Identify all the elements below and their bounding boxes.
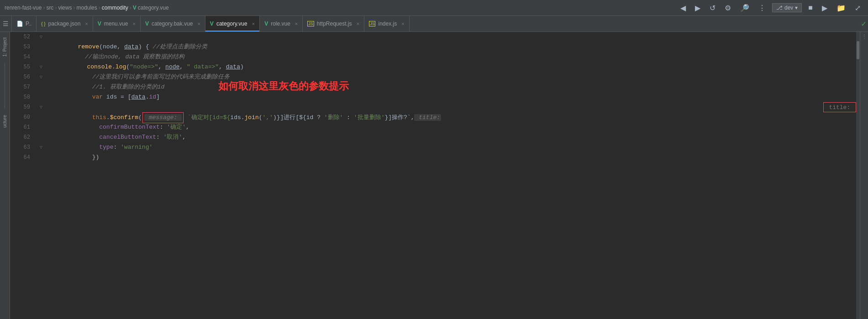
settings-button[interactable]: ⚙ bbox=[722, 3, 734, 13]
tab-icon-json: { } bbox=[41, 21, 45, 26]
left-sidebar: 1: Project ucture bbox=[0, 32, 10, 319]
code-line-60: confirmButtonText: '确定', bbox=[45, 112, 856, 122]
sidebar-label-structure[interactable]: ucture bbox=[1, 113, 8, 130]
branch-name: dev bbox=[784, 5, 793, 11]
gutter-58 bbox=[37, 92, 45, 102]
nav-forward-button[interactable]: ▶ bbox=[692, 3, 703, 13]
code-line-63: }) bbox=[45, 142, 856, 152]
stop-button[interactable]: ■ bbox=[805, 3, 815, 13]
sidebar-toggle[interactable]: ☰ bbox=[0, 16, 12, 31]
code-line-61: cancelButtonText: '取消', bbox=[45, 122, 856, 132]
saved-checkmark-icon: ✓ bbox=[861, 19, 866, 29]
toolbar-right: ◀ ▶ ↺ ⚙ 🔎 ⋮ ⎇ dev ▾ ■ ▶ 📁 ⤢ bbox=[678, 3, 863, 13]
tab-label-category-bak-vue: category.bak.vue bbox=[152, 21, 193, 27]
breadcrumb: renren-fast-vue › src › views › modules … bbox=[5, 5, 169, 11]
line-60: 60 bbox=[10, 112, 34, 122]
tab-close-role-vue[interactable]: × bbox=[295, 21, 298, 26]
gutter-63[interactable]: ▽ bbox=[37, 142, 45, 152]
title-hint-box: title: bbox=[823, 102, 856, 112]
tab-httprequest-js[interactable]: JS httpRequest.js × bbox=[303, 16, 364, 31]
more-button[interactable]: ⋮ bbox=[756, 3, 768, 13]
gutter-52[interactable]: ▽ bbox=[37, 32, 45, 42]
right-sidebar: ⋮ bbox=[860, 32, 868, 319]
line-53: 53 bbox=[10, 42, 34, 52]
tab-role-vue[interactable]: V role.vue × bbox=[260, 16, 303, 31]
tab-label-package-json: package.json bbox=[48, 21, 81, 27]
tab-icon-role-vue: V bbox=[264, 21, 268, 27]
code-editor[interactable]: remove(node, data) { //处理点击删除分类 //输出node… bbox=[45, 32, 860, 319]
gutter-54 bbox=[37, 52, 45, 62]
line-57: 57 bbox=[10, 82, 34, 92]
tab-icon-index-js: JS bbox=[369, 21, 376, 26]
code-line-62: type: 'warning' bbox=[45, 132, 856, 142]
tab-icon-menu-vue: V bbox=[98, 21, 101, 27]
line-55: 55 bbox=[10, 62, 34, 72]
code-line-64 bbox=[45, 152, 856, 162]
tab-label-p: P.. bbox=[26, 21, 32, 27]
branch-icon: ⎇ bbox=[776, 5, 783, 11]
code-line-54: console.log("node=>", node, " data=>", d… bbox=[45, 52, 856, 62]
title-bar: renren-fast-vue › src › views › modules … bbox=[0, 0, 868, 16]
tab-bar: ☰ 📄 P.. { } package.json × V menu.vue × … bbox=[0, 16, 868, 32]
main-layout: 1: Project ucture 52 53 54 55 56 57 58 5… bbox=[0, 32, 868, 319]
vertical-scrollbar[interactable] bbox=[856, 32, 860, 319]
line-52: 52 bbox=[10, 32, 34, 42]
tab-menu-vue[interactable]: V menu.vue × bbox=[93, 16, 141, 31]
tab-category-vue[interactable]: V category.vue × bbox=[205, 16, 260, 31]
line-numbers: 52 53 54 55 56 57 58 59 60 61 62 63 64 bbox=[10, 32, 37, 319]
tab-icon-category-vue: V bbox=[210, 21, 214, 27]
tab-index-js[interactable]: JS index.js × bbox=[364, 16, 410, 31]
code-line-59: this.$confirm( message: `确定对[id=${ids.jo… bbox=[45, 102, 856, 112]
tab-category-bak-vue[interactable]: V category.bak.vue × bbox=[141, 16, 205, 31]
annotation-text: 如何取消这里灰色的参数提示 bbox=[218, 81, 349, 91]
tab-close-category-vue[interactable]: × bbox=[252, 21, 255, 26]
tab-icon-category-bak-vue: V bbox=[145, 21, 149, 27]
tab-close-menu-vue[interactable]: × bbox=[132, 21, 135, 26]
search-button[interactable]: 🔎 bbox=[737, 3, 752, 13]
code-line-57: var ids = [data.id] 如何取消这里灰色的参数提示 bbox=[45, 82, 856, 92]
line-62: 62 bbox=[10, 132, 34, 142]
gutter-59[interactable]: ▽ bbox=[37, 102, 45, 112]
tab-close-httprequest-js[interactable]: × bbox=[357, 21, 359, 26]
gutter-62 bbox=[37, 132, 45, 142]
refresh-button[interactable]: ↺ bbox=[707, 3, 718, 13]
gutter-55[interactable]: ▽ bbox=[37, 62, 45, 72]
tab-p[interactable]: 📄 P.. bbox=[12, 16, 37, 31]
tab-icon-httprequest-js: JS bbox=[307, 21, 314, 26]
tab-label-httprequest-js: httpRequest.js bbox=[317, 21, 352, 27]
line-64: 64 bbox=[10, 152, 34, 162]
code-line-53: //输出node, data 观察数据的结构 bbox=[45, 42, 856, 52]
branch-selector[interactable]: ⎇ dev ▾ bbox=[772, 3, 802, 12]
tab-close-category-bak-vue[interactable]: × bbox=[197, 21, 200, 26]
run-button[interactable]: ▶ bbox=[819, 3, 830, 13]
tab-label-menu-vue: menu.vue bbox=[104, 21, 128, 27]
gutter-61 bbox=[37, 122, 45, 132]
tab-label-index-js: index.js bbox=[378, 21, 397, 27]
folder-button[interactable]: 📁 bbox=[834, 3, 848, 13]
editor-status: ✓ bbox=[861, 16, 868, 31]
gutter-60 bbox=[37, 112, 45, 122]
tab-package-json[interactable]: { } package.json × bbox=[37, 16, 93, 31]
code-line-55: //这里我们可以参考前面写过的代码来完成删除任务 bbox=[45, 62, 856, 72]
line-56: 56 bbox=[10, 72, 34, 82]
tab-icon-p: 📄 bbox=[16, 21, 23, 27]
sidebar-label-project[interactable]: 1: Project bbox=[1, 36, 8, 58]
expand-button[interactable]: ⤢ bbox=[852, 3, 863, 13]
tab-close-index-js[interactable]: × bbox=[401, 21, 404, 26]
line-63: 63 bbox=[10, 142, 34, 152]
code-line-58 bbox=[45, 92, 856, 102]
chevron-down-icon: ▾ bbox=[795, 5, 798, 11]
code-line-52: remove(node, data) { //处理点击删除分类 bbox=[45, 32, 856, 42]
right-sidebar-icon-1[interactable]: ⋮ bbox=[862, 34, 867, 39]
line-59: 59 bbox=[10, 102, 34, 112]
file-icon-vue: V bbox=[133, 5, 137, 11]
gutter-57 bbox=[37, 82, 45, 92]
tab-label-category-vue: category.vue bbox=[216, 21, 247, 27]
gutter-56[interactable]: ▽ bbox=[37, 72, 45, 82]
line-61: 61 bbox=[10, 122, 34, 132]
tab-close-package-json[interactable]: × bbox=[85, 21, 88, 26]
tab-label-role-vue: role.vue bbox=[271, 21, 290, 27]
scroll-thumb[interactable] bbox=[857, 41, 859, 59]
code-content[interactable]: remove(node, data) { //处理点击删除分类 //输出node… bbox=[45, 32, 856, 319]
nav-back-button[interactable]: ◀ bbox=[678, 3, 689, 13]
